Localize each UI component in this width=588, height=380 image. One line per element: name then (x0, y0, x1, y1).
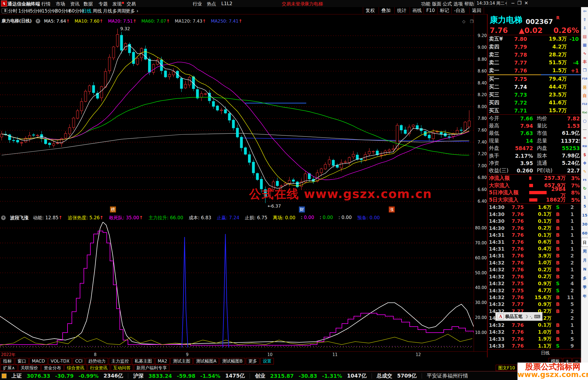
period-15分钟[interactable]: 15分钟 (42, 8, 57, 14)
menu-item-市场[interactable]: 市场 (56, 1, 65, 7)
menu-item-资讯[interactable]: 资讯 (70, 1, 79, 7)
tab-测试主图[interactable]: 测试主图 (170, 358, 193, 364)
period-多周期[interactable]: 多周期 (112, 8, 126, 14)
kline-chart[interactable]: 9.32←6.37 (0, 23, 474, 213)
strip-period-30[interactable]: 30 (581, 220, 588, 229)
strip-move-icon[interactable]: ✥ (581, 159, 588, 168)
collapse-icon[interactable]: ∨ (36, 19, 40, 23)
nav-back-button[interactable]: ‹ (503, 0, 509, 6)
strip-period-月[interactable]: 月 (581, 256, 588, 265)
period-分时[interactable]: 分时 (8, 8, 17, 14)
period-60分钟[interactable]: 60分钟 (69, 8, 84, 14)
tab-趋势动力[interactable]: 趋势动力 (86, 358, 108, 364)
strip-rsi-icon[interactable]: RSI (581, 142, 588, 151)
menu-item-发现[interactable]: 发现● (112, 1, 124, 7)
menu-item-功能[interactable]: 功能 (421, 1, 430, 7)
strip-pages-icon[interactable]: ❐ (581, 66, 588, 75)
split-view-icon[interactable] (2, 8, 8, 13)
tab-CCI[interactable]: CCI (73, 358, 85, 364)
ime-mode-icon[interactable]: A (498, 314, 504, 319)
strip-quote-list-icon[interactable]: ▦ (581, 41, 588, 49)
tab-主力监控[interactable]: 主力监控 (109, 358, 131, 364)
strip-report-icon[interactable]: ▤ (581, 32, 588, 41)
button-统计[interactable]: 统计 (394, 7, 409, 14)
button-标记[interactable]: 标记 (437, 7, 452, 14)
status-tray-icon[interactable] (2, 373, 7, 378)
event-badge-财[interactable]: 财 (299, 206, 305, 212)
period-1分钟[interactable]: 1分钟 (18, 8, 30, 14)
indicator-chart[interactable] (0, 222, 474, 351)
tab-窗口[interactable]: 窗口 (15, 358, 29, 364)
menu-item-行业[interactable]: 行业 (193, 1, 202, 7)
menu-item-数据[interactable]: 数据 (84, 1, 93, 7)
tab-指标[interactable]: 指标 (1, 358, 14, 364)
indicator-collapse-icon[interactable]: ∨ (1, 215, 6, 220)
tab-新用户福利专享[interactable]: 新用户福利专享 (134, 365, 169, 371)
strip-period-60[interactable]: 60 (581, 229, 588, 238)
strip-trend-chart-icon[interactable]: ∿ (581, 49, 588, 58)
button-F10[interactable]: F10 (424, 7, 437, 14)
period-更多 ›[interactable]: 更多 › (126, 8, 138, 14)
strip-kline-icon[interactable]: 丰 (581, 58, 588, 66)
ime-moon-icon[interactable]: ☽ (524, 314, 528, 319)
period-5分钟[interactable]: 5分钟 (30, 8, 42, 14)
tab-私募主图[interactable]: 私募主图 (132, 358, 154, 364)
diamond-icon[interactable]: ◇ (462, 19, 465, 24)
strip-pencil-icon[interactable]: ✎ (581, 168, 588, 176)
strip-period-年[interactable]: 年 (581, 292, 588, 301)
tab-图文F10[interactable]: 图文F10 (496, 365, 517, 371)
button-画线[interactable]: 画线 (410, 7, 424, 14)
strip-period-季[interactable]: 季 (581, 283, 588, 292)
ime-toolbar[interactable]: A 极品五笔 ☽ ·, ⌨ (495, 312, 543, 321)
tab-测试幅图A[interactable]: 测试幅图A (194, 358, 219, 364)
strip-period-多[interactable]: 多 (581, 274, 588, 283)
strip-refresh-icon[interactable]: ↻ (581, 184, 588, 193)
strip-period-N[interactable]: N (581, 265, 588, 274)
strip-f12-icon[interactable]: F12 (581, 100, 588, 108)
period-日线[interactable]: 日线 (82, 8, 91, 14)
event-badge-涨[interactable]: 涨 (389, 206, 395, 212)
strip-formula-icon[interactable]: f(x) (581, 108, 588, 117)
strip-f5-icon[interactable]: F5 (581, 176, 588, 184)
button-返回[interactable]: 返回 (469, 7, 484, 14)
button--自选[interactable]: -自选 (451, 7, 467, 14)
strip-period-5[interactable]: 5 (581, 202, 588, 211)
menu-item-版面[interactable]: 版面 (432, 1, 441, 7)
tab-关联报价[interactable]: 关联报价 (18, 365, 41, 371)
period-月线[interactable]: 月线 (103, 8, 112, 14)
panel-icon[interactable]: ❒ (470, 19, 473, 24)
ime-keyboard-icon[interactable]: ⌨ (534, 314, 540, 319)
menu-item-行情[interactable]: 行情 (41, 1, 51, 7)
tab-更多[interactable]: 更多 (246, 358, 259, 364)
menu-item-热点[interactable]: 热点 (207, 1, 216, 7)
panel-period-label[interactable]: 日线 (541, 350, 550, 355)
tab-扩展∧[interactable]: 扩展∧ (1, 365, 17, 371)
button-叠加[interactable]: 叠加 (379, 7, 393, 14)
ime-punct-icon[interactable]: ·, (530, 314, 532, 319)
strip-period-1[interactable]: 1 (581, 193, 588, 202)
button-复权[interactable]: 复权 (363, 7, 377, 14)
strip-circle-icon[interactable]: ○ (581, 117, 588, 125)
strip-page-down-icon[interactable]: ⇩ (581, 24, 588, 32)
active-stock-label[interactable]: 康力电梯 (304, 1, 323, 7)
strip-tree-icon[interactable]: 품 (581, 83, 588, 92)
tab-MA2[interactable]: MA2 (155, 358, 170, 364)
strip-f10-icon[interactable]: F10 (581, 75, 588, 83)
strip-period-周[interactable]: 周 (581, 247, 588, 256)
login-status[interactable]: 交易未登录 (282, 1, 305, 7)
strip-watchlist-icon[interactable]: 自 (581, 92, 588, 100)
menu-item-交易[interactable]: 交易 (127, 1, 136, 7)
menu-item-选项[interactable]: 选项 (454, 1, 463, 7)
tab-行业资讯[interactable]: 行业资讯 (88, 365, 110, 371)
close-button[interactable]: ✕ (523, 0, 529, 6)
minimize-button[interactable]: − (510, 0, 516, 6)
menu-item-L1L2[interactable]: L1L2 (221, 1, 232, 6)
tab-设置[interactable]: 设置 (260, 358, 274, 364)
restore-button[interactable]: ❐ (516, 0, 522, 6)
period-30分钟[interactable]: 30分钟 (55, 8, 71, 14)
strip-wave-icon[interactable]: ≈ (581, 134, 588, 142)
menu-item-专题[interactable]: 专题 (99, 1, 108, 7)
tab-互动问答[interactable]: 互动问答 (111, 365, 133, 371)
tab-VOL-TDX[interactable]: VOL-TDX (48, 358, 72, 364)
menu-item-公式[interactable]: 公式 (443, 1, 452, 7)
